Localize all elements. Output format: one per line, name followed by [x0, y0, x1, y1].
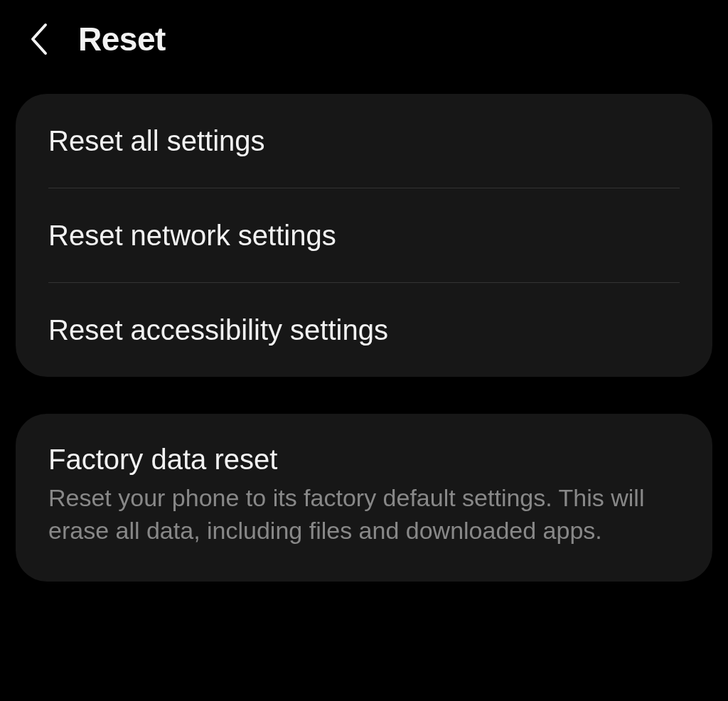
list-item-label: Reset network settings [48, 218, 680, 252]
reset-network-settings-item[interactable]: Reset network settings [16, 188, 712, 282]
list-item-label: Reset all settings [48, 124, 680, 158]
factory-data-reset-item[interactable]: Factory data reset Reset your phone to i… [16, 414, 712, 582]
reset-accessibility-settings-item[interactable]: Reset accessibility settings [16, 283, 712, 377]
list-item-description: Reset your phone to its factory default … [48, 482, 680, 547]
list-item-label: Reset accessibility settings [48, 313, 680, 347]
chevron-left-icon [28, 22, 50, 56]
list-item-label: Factory data reset [48, 442, 680, 476]
factory-reset-panel: Factory data reset Reset your phone to i… [16, 414, 712, 582]
back-button[interactable] [28, 22, 50, 56]
reset-options-panel: Reset all settings Reset network setting… [16, 94, 712, 377]
page-header: Reset [0, 0, 728, 80]
page-title: Reset [78, 20, 166, 58]
reset-all-settings-item[interactable]: Reset all settings [16, 94, 712, 188]
